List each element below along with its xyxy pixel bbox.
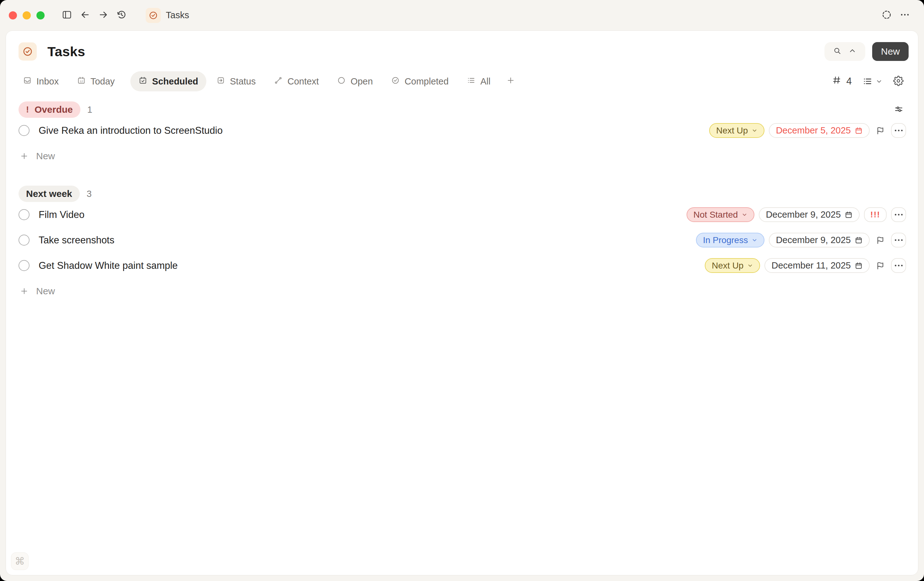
due-date-label: December 9, 2025 <box>776 235 851 245</box>
sync-button[interactable] <box>878 6 896 25</box>
task-title[interactable]: Film Video <box>39 209 84 221</box>
svg-text:12: 12 <box>80 79 83 83</box>
open-circle-icon <box>337 76 346 87</box>
sliders-icon <box>894 104 904 114</box>
search-control[interactable] <box>825 42 865 61</box>
gear-icon <box>893 76 904 86</box>
tab-label: Context <box>287 76 319 87</box>
task-checkbox[interactable] <box>18 234 30 246</box>
status-dropdown[interactable]: Not Started <box>686 207 755 222</box>
page-title: Tasks <box>48 44 85 59</box>
due-date-label: December 9, 2025 <box>766 210 841 220</box>
new-task-button[interactable]: New <box>872 42 909 61</box>
tab-label: Today <box>91 76 115 87</box>
tasks-check-icon <box>146 8 161 23</box>
chevron-down-icon <box>741 212 747 218</box>
command-icon: ⌘ <box>15 555 25 567</box>
overdue-badge[interactable]: ! Overdue <box>18 101 81 118</box>
flag-icon <box>876 261 885 270</box>
task-title[interactable]: Give Reka an introduction to ScreenStudi… <box>39 125 223 136</box>
dashed-circle-icon <box>881 10 892 21</box>
task-more-button[interactable] <box>891 123 906 138</box>
calendar-icon <box>855 236 863 244</box>
status-dropdown[interactable]: Next Up <box>705 258 760 273</box>
task-checkbox[interactable] <box>18 209 30 220</box>
toggle-sidebar-button[interactable] <box>58 6 76 25</box>
task-more-button[interactable] <box>891 207 906 222</box>
tab-label: Completed <box>404 76 449 87</box>
task-row[interactable]: Give Reka an introduction to ScreenStudi… <box>18 118 909 143</box>
task-title[interactable]: Get Shadow White paint sample <box>39 260 178 271</box>
list-icon <box>467 76 475 87</box>
plus-icon <box>20 287 28 295</box>
tab-context[interactable]: Context <box>269 71 323 91</box>
view-layout-selector[interactable] <box>863 76 883 86</box>
arrow-left-icon <box>80 10 91 21</box>
task-more-button[interactable] <box>891 258 906 273</box>
task-row[interactable]: Get Shadow White paint sample Next Up De… <box>18 253 909 278</box>
tab-open[interactable]: Open <box>333 71 377 91</box>
task-title[interactable]: Take screenshots <box>39 234 114 246</box>
due-date-label: December 11, 2025 <box>771 260 851 271</box>
status-dropdown[interactable]: Next Up <box>709 123 764 138</box>
add-task-row[interactable]: New <box>18 278 909 304</box>
exclamation-icon: ! <box>26 105 29 115</box>
flag-icon <box>876 126 885 135</box>
history-clock-icon <box>116 10 127 21</box>
ellipsis-icon <box>899 10 910 21</box>
add-view-button[interactable] <box>504 71 517 91</box>
section-header-next-week: Next week 3 <box>18 186 909 202</box>
inbox-icon <box>23 76 32 87</box>
flag-button[interactable] <box>874 261 887 270</box>
chevron-down-icon <box>752 237 757 243</box>
next-week-badge[interactable]: Next week <box>18 186 80 202</box>
tab-completed[interactable]: Completed <box>387 71 453 91</box>
close-window-button[interactable] <box>9 11 17 20</box>
minimize-window-button[interactable] <box>23 11 31 20</box>
filter-button[interactable] <box>894 104 909 115</box>
tab-label: Scheduled <box>152 76 198 87</box>
chevron-down-icon <box>876 78 883 85</box>
due-date-button[interactable]: December 5, 2025 <box>769 123 870 138</box>
tab-inbox[interactable]: Inbox <box>18 71 63 91</box>
tab-all[interactable]: All <box>462 71 495 91</box>
tasks-page-icon <box>18 42 37 61</box>
due-date-button[interactable]: December 9, 2025 <box>759 207 860 222</box>
plus-icon <box>20 152 28 160</box>
flag-button[interactable] <box>874 126 887 135</box>
content-card: Tasks New Inbox 12 Today Scheduled <box>6 30 918 575</box>
status-dropdown[interactable]: In Progress <box>696 233 764 248</box>
page-header: Tasks New <box>18 42 909 61</box>
back-button[interactable] <box>76 6 94 25</box>
tab-scheduled[interactable]: Scheduled <box>130 71 206 91</box>
command-key-hint[interactable]: ⌘ <box>11 553 28 570</box>
section-title: Overdue <box>35 104 73 115</box>
due-date-button[interactable]: December 9, 2025 <box>769 233 870 248</box>
task-more-button[interactable] <box>891 233 906 248</box>
tab-status[interactable]: Status <box>212 71 260 91</box>
task-checkbox[interactable] <box>18 125 30 136</box>
tab-label: Inbox <box>36 76 59 87</box>
add-task-label: New <box>36 151 55 162</box>
due-date-button[interactable]: December 11, 2025 <box>764 258 870 273</box>
chevron-up-icon[interactable] <box>848 47 856 56</box>
chevron-down-icon <box>752 127 757 134</box>
zoom-window-button[interactable] <box>36 11 45 20</box>
window-more-button[interactable] <box>896 6 914 25</box>
settings-button[interactable] <box>893 76 904 87</box>
flag-button[interactable] <box>874 236 887 245</box>
priority-button[interactable]: !!! <box>864 207 887 222</box>
window-tab-tasks[interactable]: Tasks <box>146 8 189 23</box>
task-row[interactable]: Film Video Not Started December 9, 2025 … <box>18 202 909 228</box>
task-row[interactable]: Take screenshots In Progress December 9,… <box>18 228 909 253</box>
section-header-overdue: ! Overdue 1 <box>18 101 909 118</box>
add-task-row[interactable]: New <box>18 143 909 168</box>
status-label: Next Up <box>712 261 743 271</box>
plus-icon <box>506 76 515 87</box>
forward-button[interactable] <box>94 6 112 25</box>
calendar-icon <box>845 211 853 219</box>
history-button[interactable] <box>112 6 130 25</box>
task-checkbox[interactable] <box>18 260 30 271</box>
tab-today[interactable]: 12 Today <box>73 71 119 91</box>
status-arrow-icon <box>216 76 225 87</box>
